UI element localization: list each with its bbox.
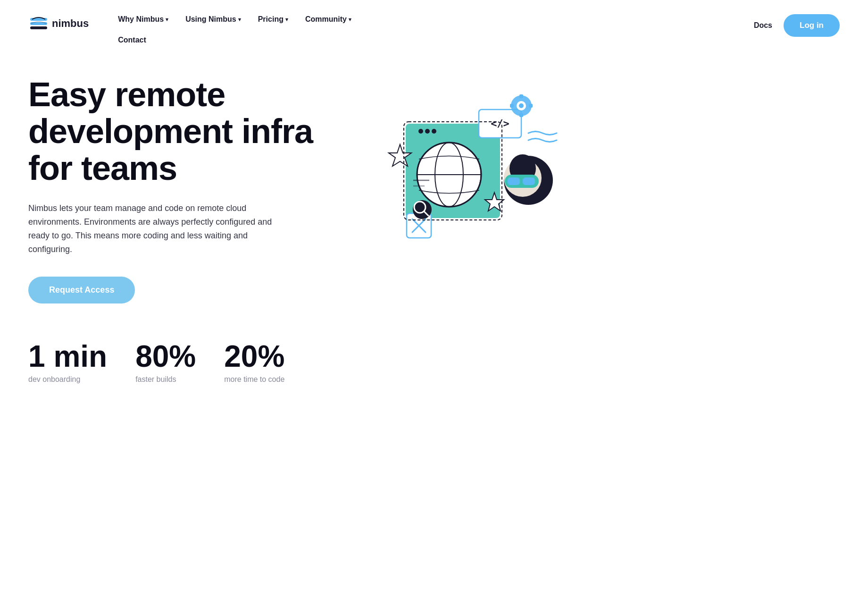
svg-text:</>: </> xyxy=(491,118,509,129)
svg-rect-16 xyxy=(529,104,533,108)
svg-point-12 xyxy=(519,103,524,108)
stat-number-1: 1 min xyxy=(28,341,107,371)
hero-image: </> xyxy=(368,86,566,265)
svg-rect-15 xyxy=(510,104,514,108)
logo-icon xyxy=(28,13,49,34)
svg-rect-14 xyxy=(519,113,523,117)
logo-link[interactable]: nimbus xyxy=(28,13,89,34)
svg-rect-33 xyxy=(523,177,535,185)
nav-using-nimbus[interactable]: Using Nimbus ▾ xyxy=(179,11,248,27)
nav-contact[interactable]: Contact xyxy=(111,32,153,48)
chevron-down-icon: ▾ xyxy=(238,17,241,23)
chevron-down-icon: ▾ xyxy=(285,17,288,23)
stat-number-3: 20% xyxy=(224,341,284,371)
nav-links-bottom: Contact xyxy=(111,32,754,48)
svg-rect-2 xyxy=(30,26,47,29)
nav-links-group: Why Nimbus ▾ Using Nimbus ▾ Pricing ▾ Co… xyxy=(111,11,754,48)
stat-label-3: more time to code xyxy=(224,375,284,384)
hero-content: Easy remote development infra for teams … xyxy=(28,76,349,304)
logo-text: nimbus xyxy=(52,17,89,30)
nav-links-top: Why Nimbus ▾ Using Nimbus ▾ Pricing ▾ Co… xyxy=(111,11,754,27)
request-access-button[interactable]: Request Access xyxy=(28,277,135,304)
hero-subtitle: Nimbus lets your team manage and code on… xyxy=(28,202,274,256)
svg-rect-13 xyxy=(519,94,523,98)
stat-dev-onboarding: 1 min dev onboarding xyxy=(28,341,107,384)
stat-number-2: 80% xyxy=(135,341,196,371)
chevron-down-icon: ▾ xyxy=(349,17,351,23)
stat-label-1: dev onboarding xyxy=(28,375,107,384)
stat-label-2: faster builds xyxy=(135,375,196,384)
stat-more-time: 20% more time to code xyxy=(224,341,284,384)
stat-faster-builds: 80% faster builds xyxy=(135,341,196,384)
hero-section: Easy remote development infra for teams … xyxy=(0,48,868,322)
chevron-down-icon: ▾ xyxy=(166,17,168,23)
nav-community[interactable]: Community ▾ xyxy=(299,11,358,27)
login-button[interactable]: Log in xyxy=(784,14,840,37)
svg-rect-32 xyxy=(508,177,520,185)
docs-link[interactable]: Docs xyxy=(754,21,772,30)
nav-why-nimbus[interactable]: Why Nimbus ▾ xyxy=(111,11,175,27)
hero-title: Easy remote development infra for teams xyxy=(28,76,349,186)
nav-actions: Docs Log in xyxy=(754,11,840,37)
svg-point-19 xyxy=(432,129,436,134)
svg-point-17 xyxy=(418,129,423,134)
svg-point-18 xyxy=(425,129,430,134)
hero-illustration: </> xyxy=(368,86,566,265)
nav-pricing[interactable]: Pricing ▾ xyxy=(251,11,295,27)
stats-section: 1 min dev onboarding 80% faster builds 2… xyxy=(0,322,868,412)
navbar: nimbus Why Nimbus ▾ Using Nimbus ▾ Prici… xyxy=(0,0,868,48)
